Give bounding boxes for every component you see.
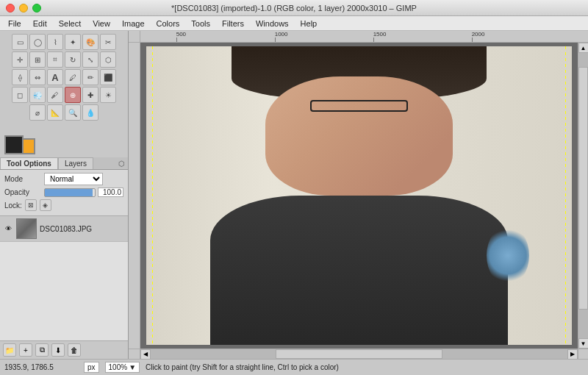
opacity-slider[interactable] <box>44 188 96 197</box>
canvas-area: 500 1000 1500 2000 <box>129 31 588 359</box>
panel-tab-bar: Tool Options Layers ⬡ <box>0 157 128 170</box>
tool-rotate[interactable]: ↻ <box>65 51 81 68</box>
tool-fuzzy-select[interactable]: ✦ <box>65 34 81 50</box>
maximize-button[interactable] <box>32 4 41 12</box>
layer-item[interactable]: 👁 DSC01083.JPG <box>0 216 128 242</box>
layers-footer: 📁 + ⧉ ⬇ 🗑 <box>0 340 128 359</box>
duplicate-layer-btn[interactable]: ⧉ <box>35 343 49 357</box>
ruler-corner <box>129 31 140 43</box>
scroll-track-h[interactable] <box>151 349 567 359</box>
left-toolbar: ▭ ◯ ⌇ ✦ 🎨 ✂ ✛ ⊞ ⌗ ↻ ⤡ ⬡ ⟠ ⇔ A 🖊 <box>0 31 129 359</box>
tool-text[interactable]: A <box>47 69 63 85</box>
tool-crop[interactable]: ⌗ <box>47 51 63 68</box>
merge-layers-btn[interactable]: ⬇ <box>51 343 65 357</box>
menu-edit[interactable]: Edit <box>28 18 52 29</box>
status-bar: 1935.9, 1786.5 px 100% ▼ Click to paint … <box>0 359 588 375</box>
menu-colors[interactable]: Colors <box>151 18 185 29</box>
photo-tattoo <box>487 226 529 285</box>
tool-airbrush[interactable]: 💨 <box>29 87 46 103</box>
menu-view[interactable]: View <box>87 18 115 29</box>
scroll-thumb-h[interactable] <box>276 349 442 359</box>
bottom-scrollbar-row: ◀ ▶ <box>129 349 588 359</box>
ruler-mark-2000: 2000 <box>472 31 485 38</box>
tool-row-3: ⟠ ⇔ A 🖊 ✏ ⬛ <box>1 69 126 85</box>
ruler-mark-500: 500 <box>176 31 186 38</box>
delete-layer-btn[interactable]: 🗑 <box>68 343 81 357</box>
cursor-coordinates: 1935.9, 1786.5 <box>4 363 78 371</box>
tool-pencil[interactable]: ✏ <box>82 69 98 85</box>
layer-thumb-image <box>17 219 36 238</box>
tool-row-1: ▭ ◯ ⌇ ✦ 🎨 ✂ <box>1 34 126 50</box>
ruler-top: 500 1000 1500 2000 <box>140 31 588 43</box>
menu-tools[interactable]: Tools <box>186 18 215 29</box>
tool-rect-select[interactable]: ▭ <box>12 34 28 50</box>
scrollbar-horizontal: ◀ ▶ <box>140 349 578 359</box>
image-canvas <box>146 46 572 345</box>
tool-clone[interactable]: ⊕ <box>65 87 81 103</box>
tool-perspective[interactable]: ⟠ <box>12 69 28 85</box>
tool-smudge[interactable]: ⌀ <box>29 104 46 121</box>
tool-scale[interactable]: ⤡ <box>82 51 98 68</box>
tool-zoom[interactable]: 🔍 <box>65 104 81 121</box>
scrollbar-right: ▲ ▼ <box>578 43 588 349</box>
menu-select[interactable]: Select <box>54 18 87 29</box>
opacity-label: Opacity <box>4 188 41 196</box>
opacity-row: Opacity 100.0 <box>4 188 123 197</box>
tab-layers[interactable]: Layers <box>58 157 93 169</box>
mode-select[interactable]: Normal <box>44 173 103 185</box>
foreground-color[interactable] <box>4 135 24 154</box>
image-viewport[interactable] <box>140 43 578 349</box>
tool-flip[interactable]: ⇔ <box>29 69 46 85</box>
tool-move[interactable]: ✛ <box>12 51 28 68</box>
layer-visibility-icon[interactable]: 👁 <box>3 224 13 234</box>
lock-pixels-btn[interactable]: ⊠ <box>25 199 37 211</box>
tool-align[interactable]: ⊞ <box>29 51 46 68</box>
tool-color-select[interactable]: 🎨 <box>82 34 98 50</box>
lock-alpha-btn[interactable]: ◈ <box>40 199 51 211</box>
ruler-mark-1000: 1000 <box>275 31 288 38</box>
tool-eraser[interactable]: ◻ <box>12 87 28 103</box>
scroll-right-arrow[interactable]: ▶ <box>567 349 578 360</box>
tool-color-picker[interactable]: 💧 <box>82 104 98 121</box>
lock-row: Lock: ⊠ ◈ <box>4 199 123 211</box>
scrollbar-thumb-v[interactable] <box>578 67 588 310</box>
tick-2000 <box>472 38 473 43</box>
tick-1000 <box>275 38 276 43</box>
tool-paths[interactable]: 🖊 <box>65 69 81 85</box>
scroll-left-arrow[interactable]: ◀ <box>140 349 151 360</box>
tool-shear[interactable]: ⬡ <box>100 51 116 68</box>
tool-ellipse-select[interactable]: ◯ <box>29 34 46 50</box>
menu-help[interactable]: Help <box>295 18 323 29</box>
menu-bar: File Edit Select View Image Colors Tools… <box>0 16 588 31</box>
tab-tool-options[interactable]: Tool Options <box>0 157 58 169</box>
close-button[interactable] <box>6 4 15 12</box>
scroll-up-arrow[interactable]: ▲ <box>578 43 589 53</box>
opacity-value[interactable]: 100.0 <box>98 188 123 197</box>
unit-selector[interactable]: px <box>84 362 99 373</box>
tool-icons-area: ▭ ◯ ⌇ ✦ 🎨 ✂ ✛ ⊞ ⌗ ↻ ⤡ ⬡ ⟠ ⇔ A 🖊 <box>0 31 128 124</box>
tool-heal[interactable]: ✚ <box>82 87 98 103</box>
tool-scissors[interactable]: ✂ <box>100 34 116 50</box>
tool-paint-bucket[interactable]: ⬛ <box>100 69 116 85</box>
tool-dodge-burn[interactable]: ☀ <box>100 87 116 103</box>
photo-body <box>210 196 508 345</box>
tool-free-select[interactable]: ⌇ <box>47 34 63 50</box>
layers-empty-area <box>0 242 128 340</box>
menu-image[interactable]: Image <box>117 18 150 29</box>
title-bar: *[DSC01083] (imported)-1.0 (RGB color, 1… <box>0 0 588 16</box>
new-layer-group-btn[interactable]: 📁 <box>3 343 16 357</box>
panel-collapse-icon[interactable]: ⬡ <box>115 160 128 168</box>
zoom-control[interactable]: 100% ▼ <box>105 362 140 373</box>
menu-file[interactable]: File <box>3 18 26 29</box>
tool-measure[interactable]: 📐 <box>47 104 63 121</box>
new-layer-btn[interactable]: + <box>19 343 32 357</box>
menu-windows[interactable]: Windows <box>251 18 294 29</box>
menu-filters[interactable]: Filters <box>217 18 249 29</box>
scroll-corner <box>578 349 588 359</box>
minimize-button[interactable] <box>19 4 28 12</box>
tool-ink[interactable]: 🖋 <box>47 87 63 103</box>
main-layout: ▭ ◯ ⌇ ✦ 🎨 ✂ ✛ ⊞ ⌗ ↻ ⤡ ⬡ ⟠ ⇔ A 🖊 <box>0 31 588 359</box>
scrollbar-track-v[interactable] <box>578 53 588 338</box>
scroll-down-arrow[interactable]: ▼ <box>578 338 589 349</box>
mode-label: Mode <box>4 175 41 183</box>
